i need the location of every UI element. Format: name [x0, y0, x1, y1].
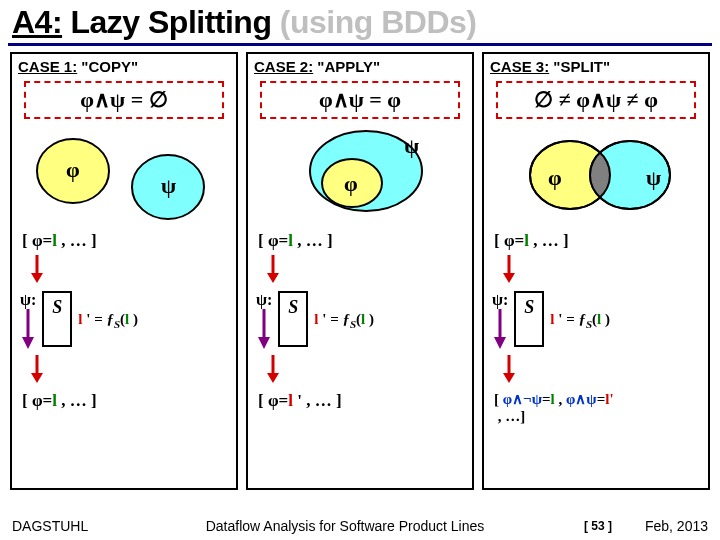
case-1-title: CASE 1: "COPY": [18, 58, 230, 75]
s-box: S: [514, 291, 544, 347]
case-2-venn: ψ φ: [254, 127, 466, 223]
psi-label: ψ: [404, 133, 419, 159]
case-1-equation: φ∧ψ = ∅: [24, 81, 224, 119]
case-2-step: ψ: S l ' = ƒS(l ): [256, 291, 466, 351]
case-2-out: [ φ=l ' , … ]: [258, 391, 466, 411]
arrow-down-icon: [266, 255, 280, 283]
svg-marker-3: [31, 273, 43, 283]
arrow-down-icon: [21, 309, 35, 349]
svg-marker-5: [22, 337, 34, 349]
case-2: CASE 2: "APPLY" φ∧ψ = φ ψ φ [ φ=l , … ] …: [246, 52, 474, 490]
case-3: CASE 3: "SPLIT" ∅ ≠ φ∧ψ ≠ φ φ ψ [ φ=l , …: [482, 52, 710, 490]
footer-page: [ 53 ]: [568, 519, 628, 533]
arrow-down-icon: [493, 309, 507, 349]
slide-title: A4: Lazy Splitting (using BDDs): [0, 0, 720, 43]
case-3-in: [ φ=l , … ]: [494, 231, 702, 251]
case-2-equation: φ∧ψ = φ: [260, 81, 460, 119]
case-1-in: [ φ=l , … ]: [22, 231, 230, 251]
arrow-down-icon: [257, 309, 271, 349]
svg-marker-27: [503, 373, 515, 383]
phi-label: φ: [66, 157, 80, 183]
lprime-expr: l ' = ƒS(l ): [550, 312, 610, 331]
case-3-out: [ φ∧¬ψ=l , φ∧ψ=l' , …]: [494, 391, 702, 426]
case-3-venn: φ ψ: [490, 127, 702, 223]
case-1: CASE 1: "COPY" φ∧ψ = ∅ φ ψ [ φ=l , … ] ψ…: [10, 52, 238, 490]
phi-label: φ: [548, 165, 562, 191]
arrow-down-icon: [30, 255, 44, 283]
svg-marker-15: [267, 373, 279, 383]
arrow-down-icon: [266, 355, 280, 383]
case-2-in: [ φ=l , … ]: [258, 231, 466, 251]
lprime-expr: l ' = ƒS(l ): [314, 312, 374, 331]
s-box: S: [42, 291, 72, 347]
svg-marker-13: [258, 337, 270, 349]
psi-label: ψ: [646, 165, 661, 191]
footer-left: DAGSTUHL: [12, 518, 122, 534]
psi-label: ψ: [161, 173, 176, 199]
svg-marker-11: [267, 273, 279, 283]
cases-row: CASE 1: "COPY" φ∧ψ = ∅ φ ψ [ φ=l , … ] ψ…: [0, 52, 720, 490]
case-1-venn: φ ψ: [18, 127, 230, 223]
phi-label: φ: [344, 171, 358, 197]
title-underline: [8, 43, 712, 46]
lprime-expr: l ' = ƒS(l ): [78, 312, 138, 331]
arrow-down-icon: [502, 255, 516, 283]
footer: DAGSTUHL Dataflow Analysis for Software …: [0, 518, 720, 534]
svg-marker-25: [494, 337, 506, 349]
arrow-down-icon: [30, 355, 44, 383]
case-1-out: [ φ=l , … ]: [22, 391, 230, 411]
svg-marker-7: [31, 373, 43, 383]
case-1-step: ψ: S l ' = ƒS(l ): [20, 291, 230, 351]
arrow-down-icon: [502, 355, 516, 383]
svg-marker-23: [503, 273, 515, 283]
footer-center: Dataflow Analysis for Software Product L…: [122, 518, 568, 534]
s-box: S: [278, 291, 308, 347]
footer-right: Feb, 2013: [628, 518, 708, 534]
title-gray: (using BDDs): [280, 4, 477, 40]
case-3-equation: ∅ ≠ φ∧ψ ≠ φ: [496, 81, 696, 119]
case-3-title: CASE 3: "SPLIT": [490, 58, 702, 75]
title-main: Lazy Splitting: [62, 4, 280, 40]
case-3-step: ψ: S l ' = ƒS(l ): [492, 291, 702, 351]
case-2-title: CASE 2: "APPLY": [254, 58, 466, 75]
title-alg: A4:: [12, 4, 62, 40]
